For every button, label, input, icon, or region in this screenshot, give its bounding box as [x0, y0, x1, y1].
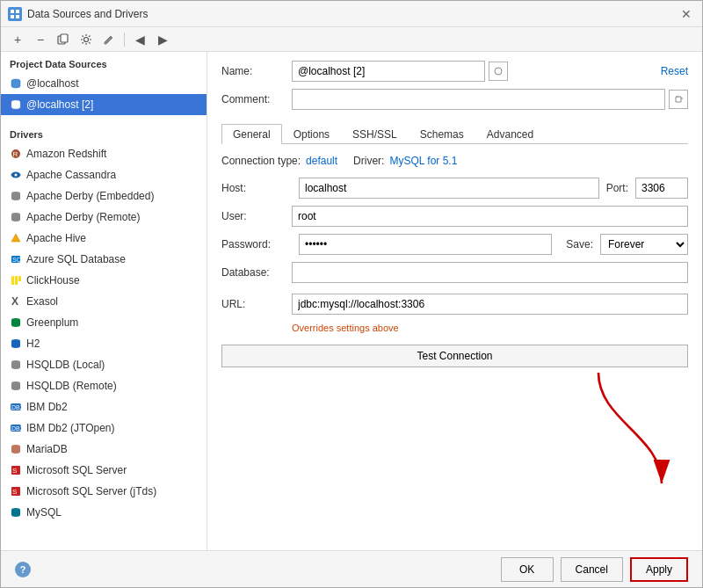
apache-hive-icon [10, 232, 22, 244]
driver-clickhouse[interactable]: ClickHouse [1, 270, 207, 291]
add-button[interactable]: + [8, 30, 27, 49]
driver-h2[interactable]: H2 [1, 333, 207, 354]
cancel-button[interactable]: Cancel [561, 557, 623, 582]
driver-mssql-label: Microsoft SQL Server [26, 464, 127, 476]
main-window: Data Sources and Drivers ✕ + − ◀ ▶ [0, 0, 703, 588]
host-input[interactable] [299, 178, 599, 199]
driver-apache-cassandra[interactable]: Apache Cassandra [1, 164, 207, 185]
driver-ibm-db2-jtopen[interactable]: DB2 IBM Db2 (JTOpen) [1, 417, 207, 439]
project-item-localhost-label: @localhost [26, 77, 79, 90]
save-select[interactable]: Forever Until restart Never [600, 234, 688, 255]
hsqldb-remote-icon [10, 380, 22, 392]
driver-hsqldb-remote-label: HSQLDB (Remote) [26, 380, 117, 392]
driver-mssql-jtds-label: Microsoft SQL Server (jTds) [26, 485, 156, 497]
tab-schemas[interactable]: Schemas [409, 124, 475, 144]
svg-point-12 [15, 174, 18, 177]
comment-label: Comment: [221, 93, 292, 105]
reset-link[interactable]: Reset [661, 65, 688, 77]
config-button[interactable] [76, 30, 96, 49]
svg-rect-19 [15, 276, 18, 285]
driver-value[interactable]: MySQL for 5.1 [389, 155, 457, 167]
back-button[interactable]: ◀ [130, 30, 149, 49]
app-icon [8, 7, 22, 21]
project-item-localhost[interactable]: @localhost [1, 73, 207, 94]
comment-row: Comment: [221, 89, 688, 110]
driver-clickhouse-label: ClickHouse [26, 274, 80, 287]
tab-ssh-ssl[interactable]: SSH/SSL [341, 124, 409, 144]
driver-mssql-jtds[interactable]: S Microsoft SQL Server (jTds) [1, 481, 207, 502]
tab-options[interactable]: Options [282, 124, 341, 144]
close-button[interactable]: ✕ [678, 5, 695, 23]
url-section: URL: Overrides settings above [221, 294, 688, 334]
port-label: Port: [606, 182, 628, 194]
duplicate-button[interactable] [54, 30, 73, 49]
comment-input[interactable] [292, 89, 665, 110]
hsqldb-local-icon [10, 359, 22, 371]
driver-ibm-db2[interactable]: DB2 IBM Db2 [1, 396, 207, 417]
driver-mssql[interactable]: S Microsoft SQL Server [1, 460, 207, 481]
ibm-db2-icon: DB2 [10, 401, 22, 413]
password-input[interactable] [299, 234, 552, 255]
port-input[interactable] [635, 178, 688, 199]
window-title: Data Sources and Drivers [27, 8, 148, 20]
help-button[interactable]: ? [15, 562, 31, 577]
svg-text:DB2: DB2 [11, 425, 22, 432]
driver-apache-hive[interactable]: Apache Hive [1, 228, 207, 249]
tab-general[interactable]: General [221, 124, 282, 144]
driver-apache-hive-label: Apache Hive [26, 232, 86, 244]
driver-azure-sql[interactable]: SQL Azure SQL Database [1, 249, 207, 270]
driver-mariadb[interactable]: MariaDB [1, 439, 207, 460]
test-connection-button[interactable]: Test Connection [221, 345, 688, 367]
driver-exasol[interactable]: X Exasol [1, 291, 207, 312]
svg-rect-1 [16, 10, 19, 13]
driver-hsqldb-local[interactable]: HSQLDB (Local) [1, 354, 207, 375]
comment-expand-button[interactable] [669, 90, 688, 109]
driver-h2-label: H2 [26, 338, 40, 350]
driver-amazon-redshift[interactable]: R Amazon Redshift [1, 143, 207, 164]
driver-ibm-db2-jtopen-label: IBM Db2 (JTOpen) [26, 422, 114, 434]
driver-greenplum-label: Greenplum [26, 316, 78, 329]
driver-hsqldb-remote[interactable]: HSQLDB (Remote) [1, 375, 207, 396]
name-label: Name: [221, 65, 292, 77]
database-input[interactable] [292, 262, 688, 283]
apache-derby-remote-icon [10, 211, 22, 223]
tabs-bar: General Options SSH/SSL Schemas Advanced [221, 124, 688, 144]
drivers-section-title: Drivers [1, 122, 207, 143]
driver-label: Driver: [353, 155, 384, 167]
forward-button[interactable]: ▶ [153, 30, 172, 49]
remove-button[interactable]: − [31, 30, 50, 49]
bottom-bar: ? OK Cancel Apply [1, 550, 702, 587]
name-expand-button[interactable] [489, 62, 508, 81]
greenplum-icon [10, 316, 22, 329]
driver-exasol-label: Exasol [26, 295, 58, 308]
name-input[interactable] [292, 61, 485, 82]
ok-button[interactable]: OK [501, 557, 554, 582]
project-item-localhost2[interactable]: @localhost [2] [1, 94, 207, 115]
connection-type-label: Connection type: [221, 155, 301, 167]
azure-sql-icon: SQL [10, 253, 22, 265]
driver-apache-derby-embedded-label: Apache Derby (Embedded) [26, 190, 154, 202]
apply-button[interactable]: Apply [630, 557, 688, 582]
svg-text:X: X [11, 295, 18, 308]
bottom-left: ? [15, 562, 494, 577]
svg-rect-0 [11, 10, 14, 13]
driver-mariadb-label: MariaDB [26, 443, 68, 455]
driver-apache-derby-embedded[interactable]: Apache Derby (Embedded) [1, 185, 207, 207]
connection-type-value[interactable]: default [306, 155, 337, 167]
url-hint-container: Overrides settings above [221, 322, 688, 334]
user-input[interactable] [292, 206, 688, 227]
apache-cassandra-icon [10, 169, 22, 181]
driver-mysql[interactable]: MySQL [1, 502, 207, 523]
host-row: Host: Port: [221, 178, 688, 199]
project-section-title: Project Data Sources [1, 52, 207, 73]
driver-azure-sql-label: Azure SQL Database [26, 253, 126, 265]
exasol-icon: X [10, 295, 22, 308]
url-input[interactable] [292, 294, 688, 315]
svg-text:DB2: DB2 [11, 404, 22, 410]
svg-marker-15 [11, 234, 20, 242]
edit-button[interactable] [99, 30, 119, 49]
svg-rect-3 [16, 15, 19, 18]
tab-advanced[interactable]: Advanced [475, 124, 545, 144]
driver-apache-derby-remote[interactable]: Apache Derby (Remote) [1, 207, 207, 228]
driver-greenplum[interactable]: Greenplum [1, 312, 207, 333]
